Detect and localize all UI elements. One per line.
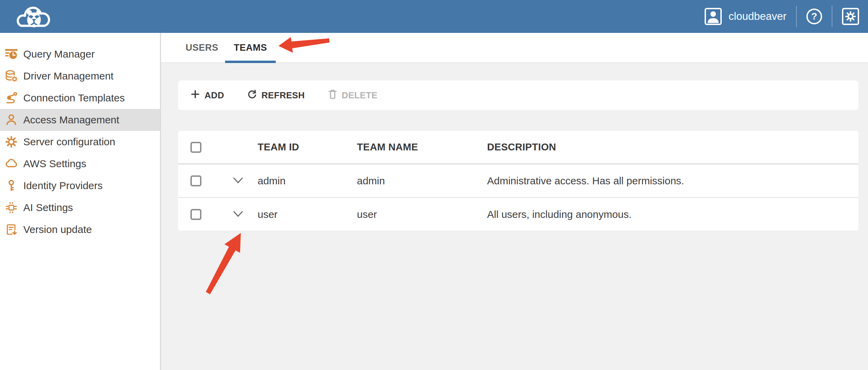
table-row-user[interactable]: user user All users, including anonymous… (178, 198, 858, 231)
access-management-tabs: USERS TEAMS (161, 33, 868, 63)
ai-settings-icon (5, 201, 18, 214)
column-header-team-name: TEAM NAME (357, 141, 487, 153)
refresh-button-label: REFRESH (261, 90, 305, 101)
access-management-icon (5, 113, 18, 126)
delete-button-label: DELETE (342, 90, 377, 101)
row-expander-cell (219, 177, 258, 185)
sidebar-item-label: Driver Management (23, 70, 113, 82)
sidebar-item-query-manager[interactable]: Query Manager (0, 43, 160, 65)
header-divider (832, 6, 832, 27)
cloudbeaver-logo-icon (14, 2, 55, 31)
sidebar-item-access-management[interactable]: Access Management (0, 109, 160, 131)
cell-description: Administrative access. Has all permissio… (487, 175, 858, 187)
settings-gear-icon[interactable] (842, 8, 859, 25)
trash-icon (328, 89, 337, 101)
aws-settings-icon (5, 157, 18, 170)
column-header-team-id: TEAM ID (258, 141, 357, 153)
select-all-checkbox[interactable] (190, 142, 201, 153)
refresh-icon (247, 89, 257, 101)
column-header-description: DESCRIPTION (487, 141, 858, 153)
sidebar-item-driver-management[interactable]: Driver Management (0, 65, 160, 87)
cloudbeaver-admin-page: cloudbeaver ? (0, 0, 868, 370)
app-header: cloudbeaver ? (0, 0, 868, 33)
sidebar-item-label: AI Settings (23, 202, 73, 213)
help-icon[interactable]: ? (806, 9, 822, 24)
add-button-label: ADD (204, 90, 224, 101)
cell-description: All users, including anonymous. (487, 209, 858, 220)
sidebar-item-version-update[interactable]: Version update (0, 219, 160, 241)
chevron-down-icon[interactable] (233, 210, 244, 219)
admin-sidebar: Query Manager (0, 33, 161, 370)
connection-templates-icon (5, 91, 18, 104)
sidebar-item-label: Query Manager (23, 48, 95, 60)
sidebar-item-label: Server configuration (23, 136, 115, 148)
table-row-admin[interactable]: admin admin Administrative access. Has a… (178, 164, 858, 198)
row-checkbox-cell (178, 209, 219, 220)
sidebar-item-label: AWS Settings (23, 158, 86, 170)
row-checkbox[interactable] (190, 209, 201, 220)
sidebar-item-label: Identity Providers (23, 180, 103, 192)
chevron-down-icon[interactable] (233, 177, 244, 185)
row-expander-cell (219, 210, 258, 219)
header-username: cloudbeaver (729, 10, 786, 23)
teams-table: TEAM ID TEAM NAME DESCRIPTION (178, 131, 858, 231)
main-layout: Query Manager (0, 33, 868, 370)
teams-table-header-row: TEAM ID TEAM NAME DESCRIPTION (178, 131, 858, 164)
row-checkbox[interactable] (190, 175, 201, 186)
sidebar-item-connection-templates[interactable]: Connection Templates (0, 87, 160, 109)
sidebar-item-server-configuration[interactable]: Server configuration (0, 131, 160, 153)
delete-button[interactable]: DELETE (328, 89, 377, 101)
user-avatar-icon[interactable] (705, 8, 722, 25)
cell-team-id: admin (258, 175, 357, 187)
access-management-content: USERS TEAMS ADD (161, 33, 868, 370)
refresh-button[interactable]: REFRESH (247, 89, 305, 101)
version-update-icon (5, 223, 18, 236)
sidebar-item-label: Version update (23, 224, 92, 235)
identity-providers-icon (5, 179, 18, 192)
row-checkbox-cell (178, 175, 219, 186)
header-checkbox-cell (178, 142, 219, 153)
sidebar-item-ai-settings[interactable]: AI Settings (0, 197, 160, 219)
header-divider (796, 6, 797, 27)
add-button[interactable]: ADD (191, 90, 224, 101)
tab-teams[interactable]: TEAMS (225, 33, 276, 62)
annotation-arrow-team-rows (205, 231, 243, 299)
cell-team-id: user (258, 209, 357, 220)
sidebar-item-identity-providers[interactable]: Identity Providers (0, 175, 160, 197)
header-controls: cloudbeaver ? (705, 6, 868, 27)
driver-management-icon (5, 70, 18, 83)
sidebar-item-label: Access Management (23, 114, 119, 126)
cell-team-name: user (357, 209, 487, 220)
cell-team-name: admin (357, 175, 487, 187)
query-manager-icon (5, 48, 18, 61)
teams-toolbar: ADD REFRESH (178, 81, 858, 110)
sidebar-item-aws-settings[interactable]: AWS Settings (0, 153, 160, 175)
server-configuration-icon (5, 135, 18, 148)
plus-icon (191, 90, 200, 101)
sidebar-item-label: Connection Templates (23, 92, 125, 104)
tab-users[interactable]: USERS (179, 33, 225, 62)
